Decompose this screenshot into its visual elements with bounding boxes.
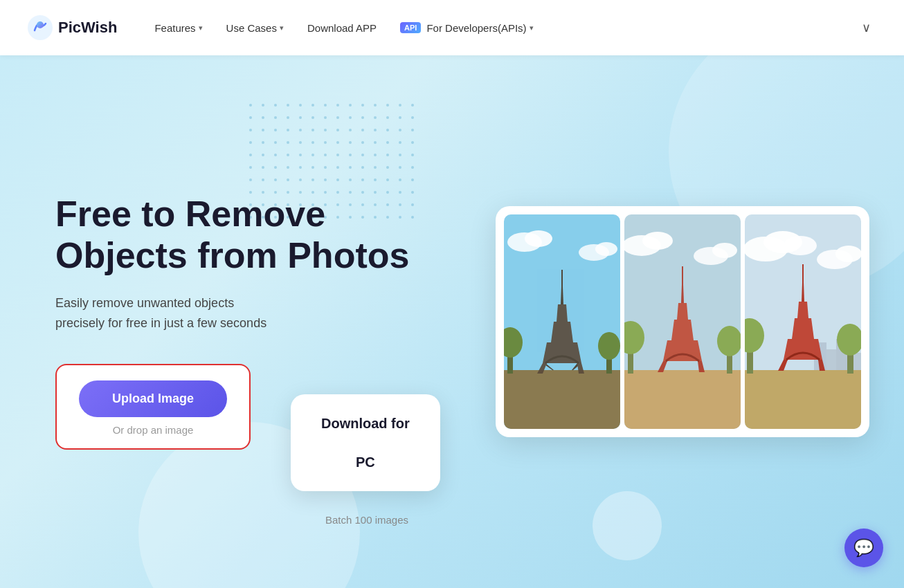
hero-title: Free to Remove Objects from Photos	[55, 194, 443, 277]
nav-items: Features ▾ Use Cases ▾ Download APP API …	[145, 17, 856, 39]
gallery-image-2	[624, 214, 741, 429]
svg-point-4	[525, 230, 552, 247]
batch-text: Batch 100 images	[291, 514, 443, 526]
upload-image-button[interactable]: Upload Image	[79, 380, 227, 417]
svg-marker-55	[797, 302, 808, 318]
svg-marker-34	[671, 320, 694, 340]
nav-developers-label: For Developers(APIs)	[426, 22, 526, 34]
chat-button[interactable]: 💬	[844, 529, 883, 567]
svg-marker-56	[792, 318, 814, 339]
svg-marker-14	[557, 304, 568, 322]
developers-chevron-icon: ▾	[530, 24, 534, 33]
svg-point-25	[712, 243, 737, 258]
nav-item-download-app[interactable]: Download APP	[298, 17, 386, 39]
nav-right: ∨	[856, 20, 876, 35]
hero-subtitle: Easily remove unwanted objectsprecisely …	[55, 293, 443, 333]
svg-rect-45	[826, 349, 836, 371]
gallery-image-1	[504, 214, 620, 429]
features-chevron-icon: ▾	[199, 24, 203, 33]
upload-hint: Or drop an image	[113, 424, 194, 436]
svg-rect-26	[624, 370, 741, 429]
svg-point-6	[595, 242, 617, 256]
nav-download-app-label: Download APP	[307, 22, 377, 34]
chat-icon: 💬	[853, 538, 874, 558]
nav-item-developers[interactable]: API For Developers(APIs) ▾	[390, 17, 543, 39]
nav-use-cases-label: Use Cases	[226, 22, 277, 34]
deco-circle-2	[593, 491, 662, 560]
nav-more-icon[interactable]: ∨	[856, 15, 876, 40]
svg-rect-7	[504, 370, 620, 429]
svg-point-1	[37, 21, 44, 28]
upload-area[interactable]: Upload Image Or drop an image	[55, 364, 251, 450]
nav-item-features[interactable]: Features ▾	[145, 17, 212, 39]
hero-section: // Generate dots inline for(let i=0;i<14…	[0, 55, 904, 588]
nav-item-use-cases[interactable]: Use Cases ▾	[217, 17, 293, 39]
svg-marker-15	[551, 322, 573, 342]
svg-point-11	[598, 332, 620, 360]
nav-features-label: Features	[154, 22, 195, 34]
download-pc-card[interactable]: Download forPC	[291, 394, 440, 491]
svg-rect-48	[745, 370, 861, 429]
use-cases-chevron-icon: ▾	[280, 24, 284, 33]
logo[interactable]: PicWish	[28, 15, 117, 40]
gallery-image-3	[745, 214, 861, 429]
svg-point-41	[784, 236, 817, 255]
download-pc-text: Download forPC	[321, 414, 410, 472]
logo-text: PicWish	[58, 19, 117, 37]
hero-right	[496, 206, 869, 437]
api-badge: API	[400, 22, 421, 33]
svg-point-43	[835, 246, 861, 262]
logo-icon	[28, 15, 53, 40]
svg-marker-33	[677, 303, 688, 320]
navbar: PicWish Features ▾ Use Cases ▾ Download …	[0, 0, 904, 55]
image-gallery	[496, 206, 869, 437]
svg-point-23	[642, 232, 673, 250]
